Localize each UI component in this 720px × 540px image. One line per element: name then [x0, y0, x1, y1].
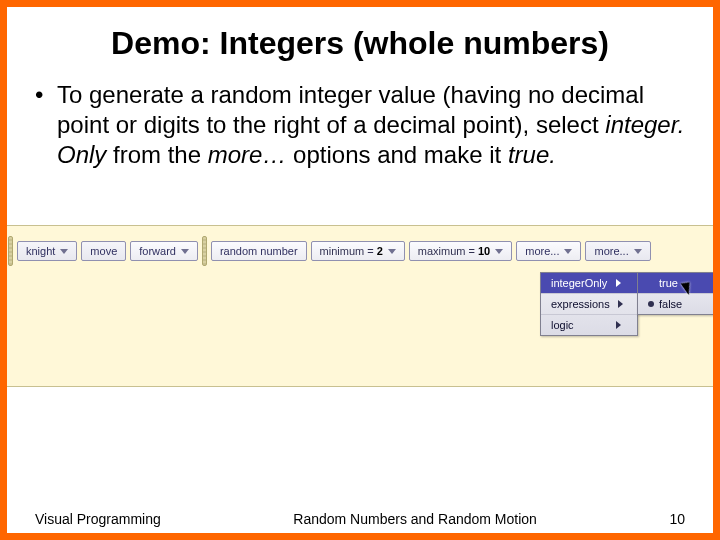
drag-handle-icon[interactable] — [8, 236, 13, 266]
tile-minimum[interactable]: minimum = 2 — [311, 241, 405, 261]
footer: Visual Programming Random Numbers and Ra… — [7, 511, 713, 527]
chevron-right-icon — [616, 279, 621, 287]
chevron-down-icon — [564, 249, 572, 254]
bullet: • To generate a random integer value (ha… — [35, 80, 685, 170]
page-title: Demo: Integers (whole numbers) — [7, 7, 713, 68]
menu-item-false[interactable]: false — [638, 293, 720, 314]
tile-object[interactable]: knight — [17, 241, 77, 261]
tile-direction-label: forward — [139, 245, 176, 257]
chevron-down-icon — [181, 249, 189, 254]
menu-item-true[interactable]: true — [638, 273, 720, 293]
page-number: 10 — [669, 511, 685, 527]
bullet-em3: true. — [508, 141, 556, 168]
drag-handle-icon[interactable] — [202, 236, 207, 266]
menu-item-logic[interactable]: logic — [541, 314, 637, 335]
code-tile-row: knight move forward random number minimu… — [8, 236, 655, 266]
min-label: minimum = — [320, 245, 374, 257]
min-value: 2 — [377, 245, 383, 257]
tile-random-label: random number — [220, 245, 298, 257]
menu-item-integer-only[interactable]: integerOnly — [541, 273, 637, 293]
bullet-pre: To generate a random integer value (havi… — [57, 81, 644, 138]
slide: Demo: Integers (whole numbers) • To gene… — [0, 0, 720, 540]
max-value: 10 — [478, 245, 490, 257]
chevron-down-icon — [495, 249, 503, 254]
footer-left: Visual Programming — [35, 511, 161, 527]
footer-center: Random Numbers and Random Motion — [285, 511, 545, 527]
tile-maximum[interactable]: maximum = 10 — [409, 241, 512, 261]
menu-item-integer-only-label: integerOnly — [551, 277, 607, 289]
menu-item-true-label: true — [659, 277, 678, 289]
bullet-em2: more… — [208, 141, 287, 168]
menu-item-false-label: false — [659, 298, 682, 310]
chevron-right-icon — [618, 300, 623, 308]
tile-more-inner[interactable]: more... — [516, 241, 581, 261]
dropdown-more: integerOnly expressions logic — [540, 272, 638, 336]
chevron-down-icon — [634, 249, 642, 254]
chevron-right-icon — [616, 321, 621, 329]
menu-item-logic-label: logic — [551, 319, 574, 331]
tile-direction[interactable]: forward — [130, 241, 198, 261]
alice-screenshot: knight move forward random number minimu… — [0, 225, 720, 387]
bullet-text: To generate a random integer value (havi… — [57, 80, 685, 170]
bullet-post: options and make it — [286, 141, 507, 168]
tile-move[interactable]: move — [81, 241, 126, 261]
tile-more-outer[interactable]: more... — [585, 241, 650, 261]
bullet-mid: from the — [106, 141, 207, 168]
tile-more-inner-label: more... — [525, 245, 559, 257]
radio-icon — [648, 301, 654, 307]
chevron-down-icon — [388, 249, 396, 254]
tile-random-number[interactable]: random number — [211, 241, 307, 261]
tile-more-outer-label: more... — [594, 245, 628, 257]
tile-object-label: knight — [26, 245, 55, 257]
bullet-dot: • — [35, 80, 57, 110]
menu-item-expressions-label: expressions — [551, 298, 610, 310]
menu-item-expressions[interactable]: expressions — [541, 293, 637, 314]
body-text: • To generate a random integer value (ha… — [7, 68, 713, 170]
chevron-down-icon — [60, 249, 68, 254]
max-label: maximum = — [418, 245, 475, 257]
dropdown-integer-only: true false — [637, 272, 720, 315]
tile-move-label: move — [90, 245, 117, 257]
